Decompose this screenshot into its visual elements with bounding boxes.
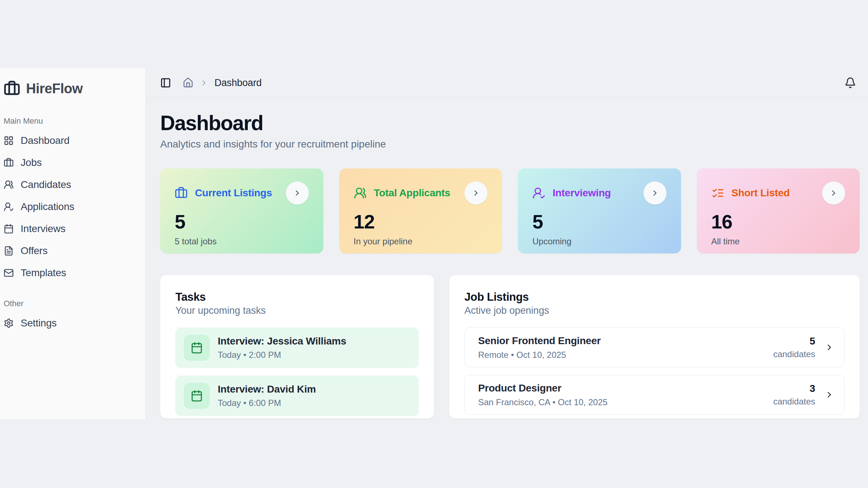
chevron-right-icon: [293, 189, 302, 197]
stat-label: Total Applicants: [374, 187, 450, 199]
bottom-row: Tasks Your upcoming tasks Interview: Jes…: [160, 275, 860, 419]
dashboard-grid-icon: [4, 136, 14, 146]
stat-card-current-listings[interactable]: Current Listings 5 5 total jobs: [160, 168, 323, 253]
job-listings-title: Job Listings: [464, 290, 844, 304]
chevron-right-icon: [825, 343, 834, 352]
chevron-right-icon: [825, 390, 834, 399]
job-meta: San Francisco, CA • Oct 10, 2025: [478, 397, 608, 407]
sidebar-item-label: Templates: [21, 267, 66, 279]
stat-sublabel: Upcoming: [532, 236, 667, 247]
sidebar-item-dashboard[interactable]: Dashboard: [3, 129, 141, 151]
users-icon: [354, 187, 367, 200]
sidebar-section-main-menu: Main Menu: [4, 116, 141, 126]
stat-card-short-listed[interactable]: Short Listed 16 All time: [697, 168, 860, 253]
sidebar-item-label: Jobs: [21, 157, 42, 168]
stat-arrow-button[interactable]: [464, 181, 488, 205]
sidebar-item-interviews[interactable]: Interviews: [3, 218, 141, 240]
sidebar-item-jobs[interactable]: Jobs: [3, 151, 141, 174]
task-title: Interview: Jessica Williams: [218, 335, 346, 347]
stat-arrow-button[interactable]: [822, 181, 845, 205]
briefcase-icon: [175, 187, 188, 200]
stats-row: Current Listings 5 5 total jobs Total Ap…: [160, 168, 860, 253]
task-time: Today • 6:00 PM: [218, 398, 316, 408]
app-logo: HireFlow: [3, 77, 141, 100]
bell-icon[interactable]: [844, 77, 856, 89]
home-icon[interactable]: [183, 77, 193, 88]
job-candidate-count: 3: [773, 383, 815, 394]
sidebar-section-other: Other: [4, 299, 141, 308]
sidebar-item-offers[interactable]: Offers: [3, 240, 141, 262]
page-title: Dashboard: [160, 111, 860, 135]
user-check-icon: [532, 187, 545, 200]
chevron-right-icon: [200, 79, 208, 87]
sidebar-item-templates[interactable]: Templates: [3, 262, 141, 284]
briefcase-icon: [4, 158, 14, 168]
sidebar-item-label: Offers: [21, 245, 48, 257]
job-listing-row[interactable]: Senior Frontend Engineer Remote • Oct 10…: [464, 328, 844, 367]
stat-card-interviewing[interactable]: Interviewing 5 Upcoming: [518, 168, 681, 253]
calendar-icon: [184, 335, 210, 361]
stat-value: 5: [532, 210, 667, 233]
stat-label: Interviewing: [553, 187, 611, 199]
main-area: Dashboard Dashboard Analytics and insigh…: [146, 68, 868, 419]
sidebar-item-candidates[interactable]: Candidates: [3, 174, 141, 196]
chevron-right-icon: [651, 189, 659, 197]
sidebar-item-settings[interactable]: Settings: [3, 312, 141, 334]
gear-icon: [4, 318, 14, 328]
stat-value: 12: [354, 210, 488, 233]
chevron-right-icon: [829, 189, 838, 197]
stat-card-total-applicants[interactable]: Total Applicants 12 In your pipeline: [339, 168, 502, 253]
job-title: Product Designer: [478, 382, 608, 394]
stat-sublabel: 5 total jobs: [175, 236, 309, 247]
sidebar-item-label: Interviews: [21, 223, 65, 235]
user-check-icon: [4, 202, 14, 212]
sidebar-item-applications[interactable]: Applications: [3, 196, 141, 218]
sidebar-item-label: Applications: [21, 201, 75, 213]
stat-arrow-button[interactable]: [643, 181, 667, 205]
sidebar-item-label: Dashboard: [21, 135, 69, 146]
job-listing-row[interactable]: Product Designer San Francisco, CA • Oct…: [464, 375, 844, 415]
sidebar: HireFlow Main Menu Dashboard Jobs Candid…: [0, 68, 146, 419]
job-listings-card: Job Listings Active job openings Senior …: [449, 275, 860, 419]
stat-label: Short Listed: [732, 187, 790, 199]
stat-value: 5: [175, 210, 309, 233]
stat-label: Current Listings: [195, 187, 272, 199]
page-subtitle: Analytics and insights for your recruitm…: [160, 137, 860, 151]
sidebar-item-label: Candidates: [21, 179, 71, 191]
app-name: HireFlow: [26, 81, 82, 97]
calendar-icon: [4, 224, 14, 234]
sidebar-item-label: Settings: [21, 317, 57, 329]
tasks-subtitle: Your upcoming tasks: [175, 304, 419, 317]
breadcrumb-current: Dashboard: [214, 77, 261, 89]
page-content: Dashboard Analytics and insights for you…: [146, 98, 868, 419]
file-text-icon: [4, 246, 14, 256]
stat-sublabel: All time: [711, 236, 846, 247]
tasks-card: Tasks Your upcoming tasks Interview: Jes…: [160, 275, 434, 419]
mail-icon: [4, 268, 14, 278]
job-candidate-count-label: candidates: [773, 349, 815, 359]
topbar: Dashboard: [146, 68, 868, 98]
briefcase-logo-icon: [4, 80, 20, 97]
sidebar-toggle-button[interactable]: [160, 77, 171, 88]
task-title: Interview: David Kim: [218, 384, 316, 395]
stat-sublabel: In your pipeline: [354, 236, 488, 247]
checklist-icon: [711, 187, 724, 200]
calendar-icon: [184, 383, 210, 409]
job-listings-subtitle: Active job openings: [464, 304, 844, 317]
task-item[interactable]: Interview: Jessica Williams Today • 2:00…: [175, 328, 419, 368]
job-candidate-count: 5: [773, 335, 815, 347]
job-title: Senior Frontend Engineer: [478, 335, 601, 347]
users-icon: [4, 180, 14, 190]
task-item[interactable]: Interview: David Kim Today • 6:00 PM: [175, 376, 419, 416]
tasks-title: Tasks: [175, 290, 419, 304]
task-time: Today • 2:00 PM: [218, 350, 346, 360]
chevron-right-icon: [472, 189, 480, 197]
stat-arrow-button[interactable]: [286, 181, 309, 205]
job-meta: Remote • Oct 10, 2025: [478, 350, 601, 360]
job-candidate-count-label: candidates: [773, 397, 815, 407]
stat-value: 16: [711, 210, 846, 233]
